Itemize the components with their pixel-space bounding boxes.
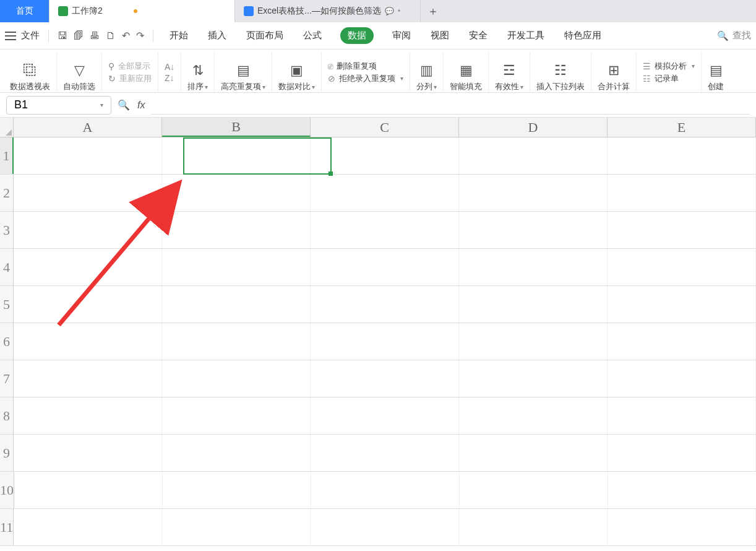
save-as-icon[interactable]: 🗐 [74, 30, 84, 41]
cell-e2[interactable] [608, 175, 756, 211]
cell-b11[interactable] [162, 509, 311, 545]
tab-more-icon[interactable]: • [398, 7, 400, 15]
fx-label[interactable]: fx [137, 100, 145, 111]
cell-d1[interactable] [459, 137, 608, 174]
cell-e8[interactable] [608, 397, 756, 434]
cell-e5[interactable] [608, 286, 756, 323]
cell-d10[interactable] [460, 472, 608, 508]
cell-c5[interactable] [311, 286, 459, 323]
col-header-d[interactable]: D [459, 118, 608, 137]
row-header-10[interactable]: 10 [0, 472, 14, 508]
row-header-6[interactable]: 6 [0, 323, 14, 360]
cell-b6[interactable] [162, 323, 311, 360]
cell-a6[interactable] [14, 323, 162, 360]
cell-b4[interactable] [162, 249, 311, 285]
cell-b5[interactable] [162, 286, 311, 323]
cell-b7[interactable] [162, 360, 311, 397]
cell-d4[interactable] [459, 249, 608, 285]
row-header-1[interactable]: 1 [0, 137, 14, 174]
cell-d6[interactable] [459, 323, 608, 360]
cell-d5[interactable] [459, 286, 608, 323]
cell-d3[interactable] [459, 212, 608, 248]
cell-a9[interactable] [14, 435, 162, 471]
formula-input[interactable] [151, 96, 750, 115]
cell-b1[interactable] [162, 137, 311, 174]
menu-layout[interactable]: 页面布局 [245, 27, 285, 44]
row-header-4[interactable]: 4 [0, 249, 14, 285]
zoom-to-selection-icon[interactable]: 🔍 [118, 99, 130, 111]
cell-c9[interactable] [311, 435, 459, 471]
row-header-2[interactable]: 2 [0, 175, 14, 211]
tab-workbook[interactable]: 工作簿2 [49, 0, 235, 22]
menu-view[interactable]: 视图 [429, 27, 450, 44]
menu-data[interactable]: 数据 [340, 27, 374, 44]
cell-b8[interactable] [162, 397, 311, 434]
col-header-a[interactable]: A [14, 118, 162, 137]
menu-security[interactable]: 安全 [468, 27, 489, 44]
print-icon[interactable]: 🖶 [90, 30, 100, 41]
cell-e10[interactable] [608, 472, 756, 508]
reject-dup-button[interactable]: ⊘拒绝录入重复项▾ [328, 73, 403, 84]
row-header-7[interactable]: 7 [0, 360, 14, 397]
row-header-5[interactable]: 5 [0, 286, 14, 323]
cell-d9[interactable] [459, 435, 608, 471]
cell-a11[interactable] [14, 509, 162, 545]
cell-c7[interactable] [311, 360, 459, 397]
row-header-9[interactable]: 9 [0, 435, 14, 471]
cell-e1[interactable] [608, 137, 756, 174]
new-tab-button[interactable]: ＋ [421, 0, 445, 22]
row-header-11[interactable]: 11 [0, 509, 14, 545]
split-col-button[interactable]: ▥ 分列▾ [410, 52, 444, 92]
cell-e9[interactable] [608, 435, 756, 471]
cell-e3[interactable] [608, 212, 756, 248]
cell-a10[interactable] [14, 472, 163, 508]
undo-icon[interactable]: ↶ [122, 30, 130, 41]
cell-c6[interactable] [311, 323, 459, 360]
cell-c10[interactable] [311, 472, 460, 508]
cell-d11[interactable] [459, 509, 608, 545]
cell-a5[interactable] [14, 286, 162, 323]
cell-a7[interactable] [14, 360, 162, 397]
dropdown-insert-button[interactable]: ☷ 插入下拉列表 [530, 52, 591, 92]
cell-e11[interactable] [608, 509, 756, 545]
col-header-c[interactable]: C [311, 118, 459, 137]
record-form-button[interactable]: ☷记录单 [643, 73, 695, 84]
cell-d8[interactable] [459, 397, 608, 434]
cell-b9[interactable] [162, 435, 311, 471]
compare-button[interactable]: ▣ 数据对比▾ [272, 52, 322, 92]
consolidate-button[interactable]: ⊞ 合并计算 [591, 52, 637, 92]
delete-dup-button[interactable]: ⎚删除重复项 [328, 61, 403, 72]
cell-e7[interactable] [608, 360, 756, 397]
sort-button[interactable]: ⇅ 排序▾ [181, 52, 215, 92]
cell-d7[interactable] [459, 360, 608, 397]
hamburger-icon[interactable] [5, 32, 16, 40]
validity-button[interactable]: ☲ 有效性▾ [489, 52, 530, 92]
sort-asc-button[interactable]: A↓ [165, 62, 174, 72]
cell-a8[interactable] [14, 397, 162, 434]
redo-icon[interactable]: ↷ [136, 30, 144, 41]
highlight-dup-button[interactable]: ▤ 高亮重复项▾ [215, 52, 272, 92]
create-button[interactable]: ▤ 创建 [702, 52, 730, 92]
cell-a2[interactable] [14, 175, 162, 211]
reapply-button[interactable]: ↻重新应用 [108, 73, 152, 84]
cell-c2[interactable] [311, 175, 459, 211]
pivot-button[interactable]: ⿻ 数据透视表 [4, 52, 57, 92]
cell-c4[interactable] [311, 249, 459, 285]
cell-c1[interactable] [311, 137, 459, 174]
select-all-corner[interactable] [0, 118, 14, 137]
cell-a3[interactable] [14, 212, 162, 248]
cell-a4[interactable] [14, 249, 162, 285]
print-preview-icon[interactable]: 🗋 [106, 30, 116, 41]
row-header-8[interactable]: 8 [0, 397, 14, 434]
search-box[interactable]: 🔍 查找 [717, 30, 751, 41]
file-menu[interactable]: 文件 [21, 30, 40, 41]
cell-e6[interactable] [608, 323, 756, 360]
cell-d2[interactable] [459, 175, 608, 211]
cell-c3[interactable] [311, 212, 459, 248]
tab-doc[interactable]: Excel表格技...—如何按颜色筛选 💬 • [235, 0, 421, 22]
menu-review[interactable]: 审阅 [391, 27, 412, 44]
col-header-b[interactable]: B [162, 118, 311, 137]
menu-formula[interactable]: 公式 [302, 27, 323, 44]
menu-special[interactable]: 特色应用 [563, 27, 603, 44]
sort-desc-button[interactable]: Z↓ [165, 73, 174, 83]
